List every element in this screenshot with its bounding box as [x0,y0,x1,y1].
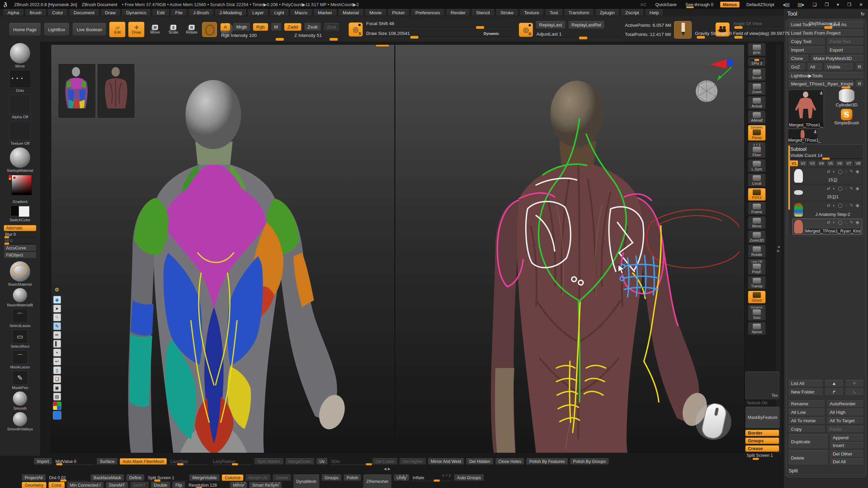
quick-tool-button[interactable]: ↩ [53,358,61,365]
bottom-control[interactable]: Polish [343,474,361,481]
new-folder-button[interactable]: New Folder [788,388,823,395]
edit-mode-button[interactable]: ▱Edit [109,22,125,37]
subtool-view-tab[interactable]: V3 [808,160,816,166]
menu-item[interactable]: Marker [313,9,337,16]
bottom-control[interactable]: Flip [172,482,185,488]
subtool-row-icons[interactable]: ⇄ ◐ ◯ ◌ ✎ ◉ [827,169,860,174]
shelf-toggle[interactable]: BPR [748,43,766,56]
tool-r-button[interactable]: R [855,80,864,87]
shelf-toggle[interactable]: Transp [748,277,766,289]
menu-item[interactable]: Layer [248,9,269,16]
subtool-row-icons[interactable]: ⇄ ◐ ◯ ◌ ✎ ◉ [827,220,860,225]
shelf-item[interactable]: Alpha Off [9,95,31,119]
paint-mode-button[interactable]: M [271,23,281,31]
bottom-control[interactable]: Dist 0.02 [48,474,88,481]
bottom-control[interactable]: Resolution 128 [187,482,228,488]
delete-button[interactable]: Delete [788,450,828,465]
paint-mode-button[interactable]: Mrgb [233,23,250,31]
menu-item[interactable]: Help [645,9,664,16]
bottom-control[interactable]: StoreMT [106,482,128,488]
shelf-toggle[interactable]: L.Sym [748,160,766,172]
adjust-last-slider[interactable]: AdjustLast 1 [536,32,622,39]
subtool-item[interactable]: ⇄ ◐ ◯ ◌ ✎ ◉ J Anatomy Step-2 [792,202,862,218]
menu-item[interactable]: Zscript [620,9,644,16]
all-to-home-button[interactable]: All To Home [788,417,825,424]
bottom-control[interactable]: Del Hidden [466,458,493,465]
recent-color-chip[interactable] [9,175,11,177]
shelf-toggle[interactable]: X Y Z Floor [748,142,766,158]
quick-tool-button[interactable]: ✏ [53,331,61,339]
model-polypaint-back[interactable] [112,63,390,453]
shelf-toggle[interactable]: Actual [748,97,766,109]
load-tools-from-project-button[interactable]: Load Tools From Project [788,29,864,37]
doc-scroll-arrows[interactable]: ◀▶ [384,467,392,471]
menu-item[interactable]: Draw [100,9,121,16]
bottom-control[interactable]: Del Lower [372,458,397,465]
lightbox-button[interactable]: LightBox [44,23,70,36]
rename-button[interactable]: Rename [788,400,825,407]
shelf-toggle[interactable]: AAHalf [748,111,766,123]
subtool-view-tab[interactable]: V8 [854,160,862,166]
tool-thumbnail-previous[interactable]: 4 Merged_TPose1_ [788,129,818,143]
split-section-header[interactable]: Split [788,467,864,475]
crease-button[interactable]: Crease [745,445,779,452]
close-button[interactable]: ✕ [857,2,865,7]
menu-item[interactable]: Movie [365,9,387,16]
scale-mode-button[interactable]: SScale [165,22,181,37]
mask-by-feature-button[interactable]: MaskByFeature [745,407,780,428]
bottom-control[interactable]: Import [34,458,52,465]
shelf-toggle[interactable]: Frame [748,202,766,215]
paint-mode-button[interactable]: A [220,23,230,31]
shelf-item[interactable]: Smooth [13,391,27,410]
duplicate-button[interactable]: Duplicate [788,434,828,449]
replay-last-rel-button[interactable]: ReplayLastRel [568,21,605,29]
move-out-button[interactable]: ↱ [825,388,844,395]
paint-mode-button[interactable]: Rgb [253,23,268,31]
alternate-button[interactable]: Alternate [4,225,36,231]
simplebrush-thumbnail[interactable]: S [841,109,852,120]
see-through-slider[interactable]: See-through 0 [684,2,715,7]
menu-item[interactable]: Stroke [496,9,518,16]
dock-left-icon[interactable]: ◂|||| [781,2,791,7]
move-down-button[interactable]: ▼ [845,380,864,387]
focal-shift-slider[interactable]: Focal Shift 48 [366,21,515,28]
menu-item[interactable]: Macro [290,9,312,16]
menu-item[interactable]: Material [338,9,364,16]
groups-button[interactable]: Groups [745,438,779,444]
subtool-item[interactable]: ⇄ ◐ ◯ ◌ ✎ ◉ 15강1 [792,185,862,201]
bottom-control[interactable]: Colorize [222,474,243,481]
subtool-view-tab[interactable]: V2 [799,160,807,166]
quick-tool-button[interactable]: ❑ [53,375,61,383]
shelf-toggle[interactable]: Scroll [748,68,766,81]
bottom-control[interactable]: Surface [97,458,117,465]
shelf-toggle[interactable]: Ghost [748,291,766,303]
quick-tool-button[interactable]: ▣ [53,384,61,392]
goz-button[interactable]: GoZ [788,63,806,70]
bottom-control[interactable]: MergeVisible [189,474,220,481]
paint-mode-button[interactable]: Zsub [304,23,321,31]
quick-tool-button[interactable]: ▤ [53,393,61,401]
model-ecorche-back[interactable] [434,63,739,453]
fillobject-button[interactable]: FillObject [4,252,36,258]
lightbox-tools-button[interactable]: Lightbox▶Tools [788,72,864,79]
move-mode-button[interactable]: MMove [147,22,163,37]
subtool-scrollbar[interactable] [788,145,790,210]
window-swap-icon[interactable]: ❐ [823,2,830,7]
shelf-toggle[interactable]: Move [748,217,766,229]
shelf-toggle[interactable]: Local [748,174,766,186]
goz-r-button[interactable]: R [855,63,864,70]
bottom-control[interactable]: Define [126,474,144,481]
menu-item[interactable]: Document [69,9,99,16]
document-canvas[interactable]: ⚙ ◉➤✎✎✏▍•↩▯❑▣▤ [51,44,745,453]
menu-item[interactable]: J-Modeling [215,9,246,16]
bottom-control[interactable]: Split Hidden [254,458,283,465]
shelf-toggle[interactable]: Dynamic Solo [748,305,766,321]
minimize-button[interactable]: ▾ [835,2,841,7]
quick-tool-button[interactable]: • [53,349,61,357]
angle-of-view-slider[interactable]: Angle Of View [732,21,783,28]
paint-mode-button[interactable]: Zadd [284,23,301,31]
quick-tool-button[interactable]: ◉ [53,296,61,304]
bottom-control[interactable]: Split Screen 1 [146,474,187,481]
dynamic-toggle[interactable]: Dynamic [484,32,499,36]
replay-settings-icon[interactable]: ◎D [519,23,533,37]
